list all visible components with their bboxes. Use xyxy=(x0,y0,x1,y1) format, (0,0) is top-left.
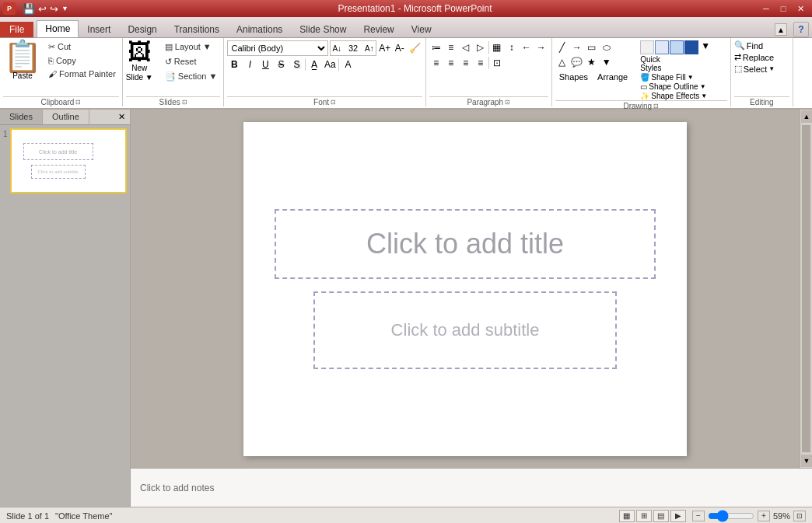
font-size-input[interactable] xyxy=(342,44,364,53)
notes-area[interactable]: Click to add notes xyxy=(131,468,812,507)
justify-button[interactable]: ≡ xyxy=(474,56,488,70)
arrange-button[interactable]: Arrange xyxy=(593,70,632,84)
change-case-button[interactable]: Aa xyxy=(323,58,337,71)
bold-button[interactable]: B xyxy=(227,58,241,71)
shape-effects-button[interactable]: ✨ Shape Effects ▼ xyxy=(640,92,712,100)
help-button[interactable]: ? xyxy=(793,22,809,37)
font-size-increase[interactable]: A↑ xyxy=(365,44,374,53)
ribbon-collapse-button[interactable]: ▲ xyxy=(775,23,787,36)
underline-button[interactable]: U xyxy=(258,58,272,71)
slide-1-thumbnail[interactable]: Click to add title Click to add subtitle xyxy=(10,128,127,194)
slides-expand-icon[interactable]: ⊡ xyxy=(182,99,187,106)
line-spacing-button[interactable]: ↕ xyxy=(505,40,519,54)
tab-slides[interactable]: Slides xyxy=(0,110,43,124)
decrease-indent-button[interactable]: ◁ xyxy=(459,40,473,54)
clear-formatting-button[interactable]: 🧹 xyxy=(408,41,422,55)
drawing-expand-icon[interactable]: ⊡ xyxy=(653,103,659,110)
tab-outline[interactable]: Outline xyxy=(43,110,89,124)
zoom-in-button[interactable]: + xyxy=(758,511,770,521)
tab-home[interactable]: Home xyxy=(37,20,79,37)
shape-oval[interactable]: ⬭ xyxy=(600,40,614,54)
copy-button[interactable]: ⎘ Copy xyxy=(45,54,119,67)
quick-style-3[interactable] xyxy=(670,40,684,54)
shapes-more[interactable]: ▼ xyxy=(600,55,614,69)
section-button[interactable]: 📑 Section ▼ xyxy=(162,70,221,83)
quick-style-2[interactable] xyxy=(655,40,669,54)
paragraph-expand-icon[interactable]: ⊡ xyxy=(505,99,510,106)
increase-font-size-button[interactable]: A+ xyxy=(378,41,392,55)
tab-animations[interactable]: Animations xyxy=(228,21,291,37)
format-painter-button[interactable]: 🖌 Format Painter xyxy=(45,68,119,80)
shape-rect[interactable]: ▭ xyxy=(585,40,599,54)
font-color-button[interactable]: A xyxy=(341,58,355,71)
shape-callout[interactable]: 💬 xyxy=(570,55,584,69)
tab-transitions[interactable]: Transitions xyxy=(166,21,228,37)
shape-fill-button[interactable]: 🪣 Shape Fill ▼ xyxy=(640,73,712,82)
font-name-select[interactable]: Calibri (Body) xyxy=(227,40,328,56)
shape-outline-button[interactable]: ▭ Shape Outline ▼ xyxy=(640,82,712,91)
scroll-down-button[interactable]: ▼ xyxy=(801,455,812,467)
slide-sorter-button[interactable]: ⊞ xyxy=(636,510,652,522)
font-expand-icon[interactable]: ⊡ xyxy=(331,99,336,106)
normal-view-button[interactable]: ▦ xyxy=(619,510,635,522)
paste-button[interactable]: 📋 Paste xyxy=(3,40,42,80)
italic-button[interactable]: I xyxy=(243,58,257,71)
minimize-button[interactable]: ─ xyxy=(758,0,775,17)
fit-slide-button[interactable]: ⊡ xyxy=(793,511,806,521)
new-slide-button[interactable]: 🖼 NewSlide ▼ xyxy=(126,40,153,82)
zoom-out-button[interactable]: − xyxy=(692,511,705,521)
tab-slideshow[interactable]: Slide Show xyxy=(291,21,355,37)
clipboard-expand-icon[interactable]: ⊡ xyxy=(75,99,81,106)
increase-indent-button[interactable]: ▷ xyxy=(474,40,488,54)
quick-style-4[interactable] xyxy=(684,40,698,54)
slide-canvas-area[interactable]: Click to add title Click to add subtitle xyxy=(131,110,800,468)
title-placeholder[interactable]: Click to add title xyxy=(275,209,656,279)
select-button[interactable]: ⬚ Select ▼ xyxy=(734,64,775,74)
strikethrough-button[interactable]: S xyxy=(274,58,288,71)
text-shadow-button[interactable]: S xyxy=(289,58,303,71)
shape-arrow[interactable]: → xyxy=(570,40,584,54)
shape-star[interactable]: ★ xyxy=(585,55,599,69)
tab-insert[interactable]: Insert xyxy=(79,21,119,37)
char-spacing-button[interactable]: A̲ xyxy=(307,58,321,71)
tab-review[interactable]: Review xyxy=(355,21,402,37)
font-size-decrease[interactable]: A↓ xyxy=(332,44,341,53)
tab-view[interactable]: View xyxy=(403,21,440,37)
numbering-button[interactable]: ≡ xyxy=(444,40,458,54)
save-button[interactable]: 💾 xyxy=(22,2,36,16)
reset-button[interactable]: ↺ Reset xyxy=(162,55,221,68)
maximize-button[interactable]: □ xyxy=(775,0,792,17)
ltr-button[interactable]: → xyxy=(534,40,548,54)
bullets-button[interactable]: ≔ xyxy=(429,40,443,54)
quick-styles-more[interactable]: ▼ xyxy=(699,40,712,54)
reading-view-button[interactable]: ▤ xyxy=(653,510,669,522)
align-center-button[interactable]: ≡ xyxy=(444,56,458,70)
columns-button[interactable]: ▦ xyxy=(490,40,504,54)
rtl-button[interactable]: ← xyxy=(520,40,534,54)
quick-styles-label[interactable]: QuickStyles xyxy=(640,55,712,72)
redo-button[interactable]: ↪ xyxy=(49,2,59,16)
shape-triangle[interactable]: △ xyxy=(555,55,569,69)
shapes-button[interactable]: Shapes xyxy=(555,70,592,84)
subtitle-placeholder[interactable]: Click to add subtitle xyxy=(313,291,617,369)
find-button[interactable]: 🔍 Find xyxy=(734,40,763,51)
decrease-font-size-button[interactable]: A- xyxy=(393,41,407,55)
panel-close-button[interactable]: ✕ xyxy=(114,110,130,124)
tab-design[interactable]: Design xyxy=(119,21,165,37)
vertical-scrollbar[interactable]: ▲ ▼ xyxy=(800,110,812,468)
layout-button[interactable]: ▤ Layout ▼ xyxy=(162,40,221,54)
align-right-button[interactable]: ≡ xyxy=(459,56,473,70)
slideshow-button[interactable]: ▶ xyxy=(670,510,686,522)
align-left-button[interactable]: ≡ xyxy=(429,56,443,70)
smart-art-button[interactable]: ⊡ xyxy=(490,56,504,70)
cut-button[interactable]: ✂ Cut xyxy=(45,40,119,54)
undo-button[interactable]: ↩ xyxy=(37,2,47,16)
replace-button[interactable]: ⇄ Replace xyxy=(734,52,774,62)
zoom-slider[interactable] xyxy=(708,512,754,520)
scroll-up-button[interactable]: ▲ xyxy=(801,110,812,123)
shape-line[interactable]: ╱ xyxy=(555,40,569,54)
scroll-thumb[interactable] xyxy=(802,125,810,452)
close-button[interactable]: ✕ xyxy=(792,0,809,17)
slide-canvas[interactable]: Click to add title Click to add subtitle xyxy=(243,122,687,456)
quick-access-dropdown[interactable]: ▼ xyxy=(61,4,69,13)
